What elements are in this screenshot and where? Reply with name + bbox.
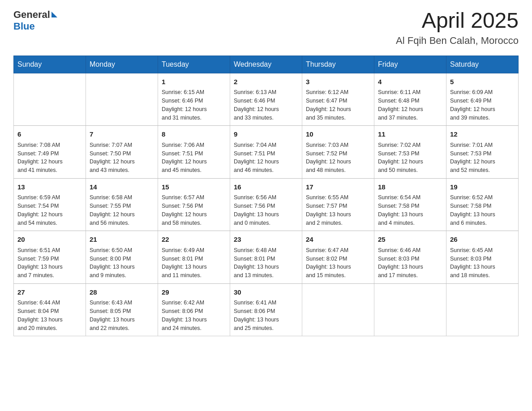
calendar-cell: 9Sunrise: 7:04 AM Sunset: 7:51 PM Daylig… bbox=[230, 126, 302, 179]
day-number: 28 bbox=[90, 287, 154, 298]
weekday-header-row: SundayMondayTuesdayWednesdayThursdayFrid… bbox=[14, 56, 519, 73]
day-info: Sunrise: 7:04 AM Sunset: 7:51 PM Dayligh… bbox=[234, 141, 298, 175]
calendar-cell: 22Sunrise: 6:49 AM Sunset: 8:01 PM Dayli… bbox=[158, 231, 230, 284]
day-number: 24 bbox=[306, 235, 370, 245]
calendar-week-row: 27Sunrise: 6:44 AM Sunset: 8:04 PM Dayli… bbox=[14, 283, 519, 336]
day-number: 23 bbox=[234, 235, 298, 245]
calendar-cell bbox=[14, 73, 86, 126]
day-info: Sunrise: 6:57 AM Sunset: 7:56 PM Dayligh… bbox=[162, 193, 226, 227]
day-number: 4 bbox=[378, 77, 442, 87]
calendar-cell: 30Sunrise: 6:41 AM Sunset: 8:06 PM Dayli… bbox=[230, 283, 302, 336]
day-info: Sunrise: 6:44 AM Sunset: 8:04 PM Dayligh… bbox=[17, 299, 82, 332]
month-title: April 2025 bbox=[396, 9, 519, 33]
day-number: 12 bbox=[450, 129, 515, 140]
calendar-cell: 27Sunrise: 6:44 AM Sunset: 8:04 PM Dayli… bbox=[14, 283, 86, 336]
calendar-cell: 23Sunrise: 6:48 AM Sunset: 8:01 PM Dayli… bbox=[230, 231, 302, 284]
calendar-week-row: 13Sunrise: 6:59 AM Sunset: 7:54 PM Dayli… bbox=[14, 178, 519, 231]
day-info: Sunrise: 6:51 AM Sunset: 7:59 PM Dayligh… bbox=[17, 246, 82, 280]
day-info: Sunrise: 6:43 AM Sunset: 8:05 PM Dayligh… bbox=[90, 299, 154, 332]
calendar-week-row: 6Sunrise: 7:08 AM Sunset: 7:49 PM Daylig… bbox=[14, 126, 519, 179]
day-info: Sunrise: 7:06 AM Sunset: 7:51 PM Dayligh… bbox=[162, 141, 226, 175]
calendar-cell: 20Sunrise: 6:51 AM Sunset: 7:59 PM Dayli… bbox=[14, 231, 86, 284]
weekday-header-wednesday: Wednesday bbox=[230, 56, 302, 73]
calendar-cell: 28Sunrise: 6:43 AM Sunset: 8:05 PM Dayli… bbox=[86, 283, 158, 336]
day-info: Sunrise: 7:08 AM Sunset: 7:49 PM Dayligh… bbox=[17, 141, 82, 175]
day-number: 10 bbox=[306, 129, 370, 140]
calendar-cell: 4Sunrise: 6:11 AM Sunset: 6:48 PM Daylig… bbox=[374, 73, 446, 126]
day-info: Sunrise: 6:42 AM Sunset: 8:06 PM Dayligh… bbox=[162, 299, 226, 332]
calendar-cell: 19Sunrise: 6:52 AM Sunset: 7:58 PM Dayli… bbox=[446, 178, 519, 231]
calendar-cell: 18Sunrise: 6:54 AM Sunset: 7:58 PM Dayli… bbox=[374, 178, 446, 231]
calendar-cell: 13Sunrise: 6:59 AM Sunset: 7:54 PM Dayli… bbox=[14, 178, 86, 231]
logo: General Blue bbox=[13, 9, 57, 32]
day-number: 29 bbox=[162, 287, 226, 298]
day-info: Sunrise: 6:12 AM Sunset: 6:47 PM Dayligh… bbox=[306, 88, 370, 122]
day-info: Sunrise: 6:50 AM Sunset: 8:00 PM Dayligh… bbox=[90, 246, 154, 280]
day-number: 25 bbox=[378, 235, 442, 245]
day-number: 22 bbox=[162, 235, 226, 245]
day-info: Sunrise: 6:46 AM Sunset: 8:03 PM Dayligh… bbox=[378, 246, 442, 280]
day-number: 14 bbox=[90, 182, 154, 193]
calendar-cell: 8Sunrise: 7:06 AM Sunset: 7:51 PM Daylig… bbox=[158, 126, 230, 179]
day-number: 2 bbox=[234, 77, 298, 87]
calendar-cell: 11Sunrise: 7:02 AM Sunset: 7:53 PM Dayli… bbox=[374, 126, 446, 179]
day-number: 3 bbox=[306, 77, 370, 87]
day-number: 21 bbox=[90, 235, 154, 245]
calendar-cell: 5Sunrise: 6:09 AM Sunset: 6:49 PM Daylig… bbox=[446, 73, 519, 126]
day-number: 16 bbox=[234, 182, 298, 193]
calendar-week-row: 20Sunrise: 6:51 AM Sunset: 7:59 PM Dayli… bbox=[14, 231, 519, 284]
weekday-header-saturday: Saturday bbox=[446, 56, 519, 73]
day-info: Sunrise: 6:45 AM Sunset: 8:03 PM Dayligh… bbox=[450, 246, 515, 280]
calendar-cell: 17Sunrise: 6:55 AM Sunset: 7:57 PM Dayli… bbox=[302, 178, 374, 231]
calendar-cell: 15Sunrise: 6:57 AM Sunset: 7:56 PM Dayli… bbox=[158, 178, 230, 231]
logo-arrow-icon bbox=[51, 12, 57, 17]
weekday-header-sunday: Sunday bbox=[14, 56, 86, 73]
day-info: Sunrise: 6:52 AM Sunset: 7:58 PM Dayligh… bbox=[450, 193, 515, 227]
day-number: 18 bbox=[378, 182, 442, 193]
location-title: Al Fqih Ben Calah, Morocco bbox=[396, 35, 519, 47]
day-info: Sunrise: 6:47 AM Sunset: 8:02 PM Dayligh… bbox=[306, 246, 370, 280]
calendar-cell: 25Sunrise: 6:46 AM Sunset: 8:03 PM Dayli… bbox=[374, 231, 446, 284]
day-info: Sunrise: 6:15 AM Sunset: 6:46 PM Dayligh… bbox=[162, 88, 226, 122]
day-info: Sunrise: 7:02 AM Sunset: 7:53 PM Dayligh… bbox=[378, 141, 442, 175]
day-info: Sunrise: 6:13 AM Sunset: 6:46 PM Dayligh… bbox=[234, 88, 298, 122]
day-info: Sunrise: 6:55 AM Sunset: 7:57 PM Dayligh… bbox=[306, 193, 370, 227]
page-header: General Blue April 2025 Al Fqih Ben Cala… bbox=[13, 9, 519, 47]
day-number: 30 bbox=[234, 287, 298, 298]
day-number: 1 bbox=[162, 77, 226, 87]
logo-general-text: General bbox=[13, 9, 50, 21]
day-number: 9 bbox=[234, 129, 298, 140]
calendar-cell: 16Sunrise: 6:56 AM Sunset: 7:56 PM Dayli… bbox=[230, 178, 302, 231]
day-number: 19 bbox=[450, 182, 515, 193]
day-info: Sunrise: 6:09 AM Sunset: 6:49 PM Dayligh… bbox=[450, 88, 515, 122]
calendar-cell: 3Sunrise: 6:12 AM Sunset: 6:47 PM Daylig… bbox=[302, 73, 374, 126]
day-info: Sunrise: 6:49 AM Sunset: 8:01 PM Dayligh… bbox=[162, 246, 226, 280]
weekday-header-thursday: Thursday bbox=[302, 56, 374, 73]
day-number: 11 bbox=[378, 129, 442, 140]
calendar-cell: 6Sunrise: 7:08 AM Sunset: 7:49 PM Daylig… bbox=[14, 126, 86, 179]
calendar-table: SundayMondayTuesdayWednesdayThursdayFrid… bbox=[13, 56, 519, 337]
day-number: 6 bbox=[17, 129, 82, 140]
day-number: 20 bbox=[17, 235, 82, 245]
calendar-cell bbox=[374, 283, 446, 336]
day-number: 8 bbox=[162, 129, 226, 140]
title-section: April 2025 Al Fqih Ben Calah, Morocco bbox=[396, 9, 519, 47]
day-info: Sunrise: 7:01 AM Sunset: 7:53 PM Dayligh… bbox=[450, 141, 515, 175]
day-info: Sunrise: 6:11 AM Sunset: 6:48 PM Dayligh… bbox=[378, 88, 442, 122]
calendar-cell: 12Sunrise: 7:01 AM Sunset: 7:53 PM Dayli… bbox=[446, 126, 519, 179]
day-info: Sunrise: 6:58 AM Sunset: 7:55 PM Dayligh… bbox=[90, 193, 154, 227]
day-number: 15 bbox=[162, 182, 226, 193]
calendar-cell: 24Sunrise: 6:47 AM Sunset: 8:02 PM Dayli… bbox=[302, 231, 374, 284]
calendar-cell: 26Sunrise: 6:45 AM Sunset: 8:03 PM Dayli… bbox=[446, 231, 519, 284]
calendar-cell: 29Sunrise: 6:42 AM Sunset: 8:06 PM Dayli… bbox=[158, 283, 230, 336]
weekday-header-tuesday: Tuesday bbox=[158, 56, 230, 73]
calendar-cell bbox=[302, 283, 374, 336]
calendar-cell: 14Sunrise: 6:58 AM Sunset: 7:55 PM Dayli… bbox=[86, 178, 158, 231]
day-info: Sunrise: 6:48 AM Sunset: 8:01 PM Dayligh… bbox=[234, 246, 298, 280]
logo-blue-text: Blue bbox=[13, 21, 35, 32]
weekday-header-friday: Friday bbox=[374, 56, 446, 73]
weekday-header-monday: Monday bbox=[86, 56, 158, 73]
day-info: Sunrise: 6:59 AM Sunset: 7:54 PM Dayligh… bbox=[17, 193, 82, 227]
day-number: 27 bbox=[17, 287, 82, 298]
day-info: Sunrise: 6:56 AM Sunset: 7:56 PM Dayligh… bbox=[234, 193, 298, 227]
